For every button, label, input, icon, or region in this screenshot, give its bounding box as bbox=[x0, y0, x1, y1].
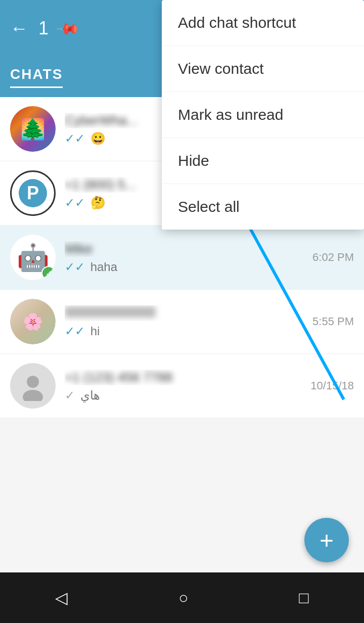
back-button[interactable]: ← bbox=[10, 18, 28, 39]
pin-icon[interactable]: 📌 bbox=[55, 16, 81, 41]
chat-time: 5:55 PM bbox=[312, 315, 354, 328]
svg-point-1 bbox=[23, 390, 43, 401]
plus-icon: + bbox=[320, 526, 334, 554]
preview-emoji: 😀 bbox=[90, 131, 106, 145]
menu-item-mark-unread[interactable]: Mark as unread bbox=[162, 92, 364, 138]
chat-info: ✓✓ hi bbox=[65, 305, 307, 338]
nav-recent-button[interactable]: □ bbox=[299, 589, 308, 607]
nav-home-button[interactable]: ○ bbox=[178, 589, 188, 607]
person-icon bbox=[18, 371, 48, 401]
chat-preview: ✓✓ hi bbox=[65, 324, 307, 338]
avatar: P bbox=[10, 170, 56, 216]
ticks-icon: ✓ bbox=[65, 388, 75, 402]
tab-chats[interactable]: CHATS bbox=[10, 66, 63, 88]
chat-preview: ✓✓ haha bbox=[65, 260, 307, 274]
list-item[interactable]: +1 (123) 456 7788 ✓ هاي 10/15/18 bbox=[0, 354, 364, 418]
menu-item-add-shortcut[interactable]: Add chat shortcut bbox=[162, 0, 364, 46]
avatar bbox=[10, 363, 56, 409]
preview-text: hi bbox=[90, 324, 100, 338]
chat-preview: ✓ هاي bbox=[65, 388, 305, 403]
flowers-avatar: 🌸 bbox=[10, 299, 56, 344]
list-item[interactable]: 🤖 ✓ Mike ✓✓ haha 6:02 PM bbox=[0, 226, 364, 290]
ticks-icon: ✓✓ bbox=[65, 196, 85, 209]
avatar: 🌅 bbox=[10, 106, 56, 152]
svg-point-0 bbox=[27, 376, 39, 388]
context-menu: Add chat shortcut View contact Mark as u… bbox=[162, 0, 364, 230]
chat-info: Mike ✓✓ haha bbox=[65, 241, 307, 274]
chat-time: 6:02 PM bbox=[312, 251, 354, 264]
header-count: 1 bbox=[38, 18, 49, 39]
avatar-p: P bbox=[19, 179, 47, 207]
menu-item-select-all[interactable]: Select all bbox=[162, 184, 364, 230]
ticks-icon: ✓✓ bbox=[65, 131, 85, 145]
ticks-icon: ✓✓ bbox=[65, 260, 85, 274]
chat-name bbox=[65, 305, 307, 321]
chat-time: 10/15/18 bbox=[310, 379, 354, 392]
ticks-icon: ✓✓ bbox=[65, 324, 85, 338]
chat-info: +1 (123) 456 7788 ✓ هاي bbox=[65, 370, 305, 403]
list-item[interactable]: 🌸 ✓✓ hi 5:55 PM bbox=[0, 290, 364, 354]
preview-emoji: 🤔 bbox=[90, 196, 106, 209]
avatar: 🤖 ✓ bbox=[10, 235, 56, 280]
chat-name: +1 (123) 456 7788 bbox=[65, 370, 305, 385]
menu-item-hide[interactable]: Hide bbox=[162, 138, 364, 184]
preview-text: haha bbox=[90, 260, 117, 274]
menu-item-view-contact[interactable]: View contact bbox=[162, 46, 364, 92]
fab-button[interactable]: + bbox=[304, 518, 349, 562]
bottom-navigation: ◁ ○ □ bbox=[0, 572, 364, 623]
nav-back-button[interactable]: ◁ bbox=[55, 588, 68, 607]
avatar: 🌸 bbox=[10, 299, 56, 344]
chat-name: Mike bbox=[65, 241, 307, 257]
preview-text: هاي bbox=[80, 388, 100, 402]
green-check-icon: ✓ bbox=[41, 266, 56, 280]
